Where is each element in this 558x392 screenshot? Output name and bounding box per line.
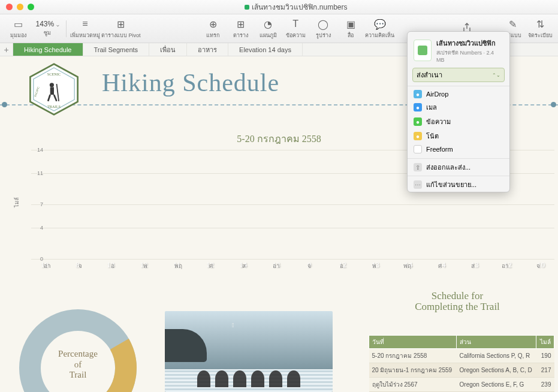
share-item-โน้ต[interactable]: ●โน้ต	[408, 129, 509, 143]
share-item-label: Freeform	[426, 146, 453, 153]
insert-button[interactable]: ⊕ แทรก	[200, 17, 226, 40]
text-icon: T	[289, 17, 302, 31]
share-item-label: AirDrop	[426, 91, 448, 98]
photo-placeholder[interactable]: 𓅯	[165, 311, 333, 392]
document-icon	[245, 5, 249, 10]
cell: Oregon Sections A, B, C, D	[457, 363, 536, 378]
zoom-label: ซูม	[44, 29, 51, 37]
guide-handle-left[interactable]	[2, 102, 7, 107]
x-tick: อ	[96, 261, 129, 272]
col-header[interactable]: วันที่	[369, 336, 457, 349]
cell: Oregon Sections E, F, G	[457, 378, 536, 392]
sheet-tab-1[interactable]: Trail Segments	[83, 43, 150, 56]
shape-button[interactable]: ◯ รูปร่าง	[310, 17, 336, 40]
close-icon[interactable]	[6, 4, 13, 10]
share-item-freeform[interactable]: ●Freeform	[408, 143, 509, 155]
share-item-เมล[interactable]: ●เมล	[408, 100, 509, 114]
zoom-value: 143%	[35, 20, 54, 28]
x-tick: จ	[293, 261, 326, 272]
export-label: ส่งออกและส่ง...	[426, 162, 470, 173]
export-icon: ⇪	[414, 163, 422, 171]
chart-button[interactable]: ◔ แผนภูมิ	[255, 17, 281, 40]
pivot-label: ตารางแบบ Pivot	[101, 31, 141, 40]
export-send-item[interactable]: ⇪ ส่งออกและส่ง...	[408, 160, 509, 174]
comment-button[interactable]: 💬 ความคิดเห็น	[365, 17, 394, 40]
airdrop-icon: ●	[414, 90, 422, 98]
insert-label: แทรก	[206, 31, 219, 40]
popover-doc-title: เส้นทางชมวิวแปซิฟิก	[436, 38, 503, 49]
freeform-icon: ●	[414, 145, 422, 153]
x-tick: พ	[129, 261, 162, 272]
window-controls[interactable]	[0, 4, 34, 10]
text-label: ข้อความ	[286, 31, 306, 40]
minimize-icon[interactable]	[17, 4, 23, 10]
cell: 5-20 กรกฎาคม 2558	[369, 349, 457, 363]
chart-icon: ◔	[261, 17, 275, 31]
โน้ต-icon: ●	[414, 132, 422, 140]
svg-rect-6	[50, 87, 54, 95]
bird-icon: 𓅯	[232, 322, 234, 328]
insert-icon: ⊕	[206, 17, 219, 31]
x-tick: อา	[31, 261, 64, 272]
x-tick: อ	[325, 261, 358, 272]
sheet-tab-2[interactable]: เพื่อน	[149, 43, 187, 56]
x-tick: พฤ	[391, 261, 424, 272]
table-button[interactable]: ⊞ ตาราง	[227, 17, 254, 40]
categories-button[interactable]: ≡ เพิ่มหมวดหมู่	[70, 17, 100, 40]
send-copy-label: ส่งสำเนา	[417, 70, 442, 80]
x-tick: ศ	[424, 261, 457, 272]
sheet-tab-4[interactable]: Elevation 14 days	[228, 43, 303, 56]
svg-text:TRAILS: TRAILS	[47, 104, 61, 108]
view-icon: ▭	[11, 17, 25, 31]
comment-icon: 💬	[373, 17, 387, 31]
x-tick: จ	[521, 261, 554, 272]
zoom-selector[interactable]: 143% ⌵ ซูม	[32, 20, 62, 37]
extensions-label: แก้ไขส่วนขยาย...	[426, 179, 476, 190]
share-item-airdrop[interactable]: ●AirDrop	[408, 88, 509, 100]
format-icon: ✎	[506, 17, 519, 31]
share-item-ข้อความ[interactable]: ●ข้อความ	[408, 114, 509, 129]
text-button[interactable]: T ข้อความ	[282, 17, 309, 40]
view-button[interactable]: ▭ มุมมอง	[5, 17, 31, 40]
organize-button[interactable]: ⇅ จัดระเบียบ	[527, 17, 553, 40]
col-header[interactable]: ไมล์	[536, 336, 554, 349]
sheet-tab-3[interactable]: อาหาร	[187, 43, 228, 56]
share-popover: เส้นทางชมวิวแปซิฟิก สเปรดชีต Numbers · 2…	[407, 31, 510, 192]
share-item-label: ข้อความ	[426, 116, 451, 127]
cell: 190	[536, 349, 554, 363]
edit-extensions-item[interactable]: ⋯ แก้ไขส่วนขยาย...	[408, 177, 509, 192]
send-copy-select[interactable]: ส่งสำเนา ⌃⌄	[412, 68, 505, 82]
x-tick: พฤ	[162, 261, 195, 272]
page-heading: Hiking Schedule	[102, 68, 279, 97]
categories-icon: ≡	[79, 17, 92, 31]
table-row[interactable]: 20 มิถุนายน-1 กรกฎาคม 2559Oregon Section…	[369, 363, 554, 378]
guide-handle-right[interactable]	[551, 102, 556, 107]
x-tick: อา	[260, 261, 293, 272]
organize-label: จัดระเบียบ	[528, 31, 553, 40]
media-button[interactable]: ▣ สื่อ	[337, 17, 364, 40]
titlebar: เส้นทางชมวิวแปซิฟิก.numbers	[0, 0, 558, 14]
view-label: มุมมอง	[10, 31, 26, 40]
chevron-down-icon: ⌵	[56, 22, 59, 28]
x-tick: ส	[456, 261, 489, 272]
cell: 239	[536, 378, 554, 392]
x-tick: จ	[64, 261, 97, 272]
y-axis-label: ไมล์	[13, 197, 21, 207]
fullscreen-icon[interactable]	[28, 4, 34, 10]
shape-icon: ◯	[316, 17, 330, 31]
window-title: เส้นทางชมวิวแปซิฟิก.numbers	[34, 1, 558, 13]
table-row[interactable]: 5-20 กรกฎาคม 2558California Sections P, …	[369, 349, 554, 363]
svg-point-5	[50, 83, 54, 87]
x-tick: ศ	[195, 261, 228, 272]
add-sheet-button[interactable]: +	[0, 43, 13, 56]
chart-label: แผนภูมิ	[260, 31, 277, 40]
col-header[interactable]: ส่วน	[457, 336, 536, 349]
document-thumbnail-icon	[414, 40, 432, 61]
table-row[interactable]: ฤดูใบไม้ร่วง 2567Oregon Sections E, F, G…	[369, 378, 554, 392]
popover-doc-subtitle: สเปรดชีต Numbers · 2.4 MB	[436, 49, 503, 63]
schedule-table[interactable]: วันที่ส่วนไมล์ 5-20 กรกฎาคม 2558Californ…	[369, 335, 554, 392]
pivot-button[interactable]: ⊞ ตารางแบบ Pivot	[101, 17, 141, 40]
sheet-tab-0[interactable]: Hiking Schedule	[13, 43, 83, 56]
shape-label: รูปร่าง	[316, 31, 331, 40]
media-label: สื่อ	[348, 31, 354, 40]
